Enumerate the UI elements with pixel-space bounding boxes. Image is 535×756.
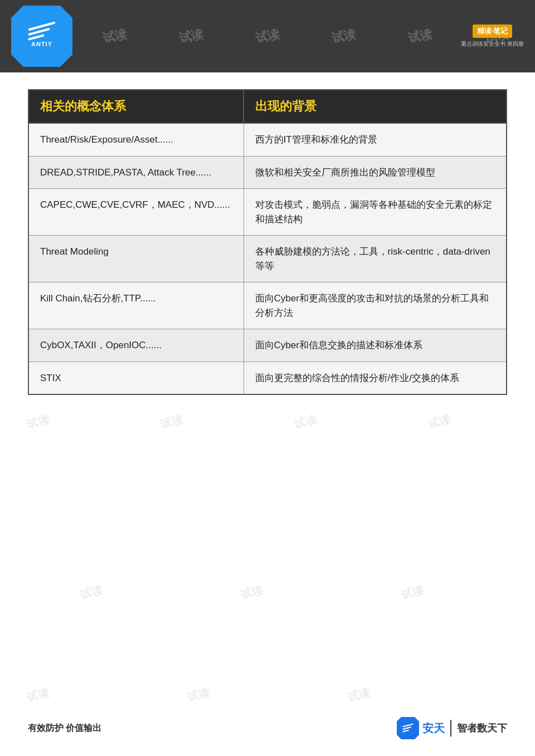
bwm-10: 试读 — [293, 412, 318, 432]
bwm-15: 试读 — [25, 685, 51, 705]
table-cell-left: DREAD,STRIDE,PASTA, Attack Tree...... — [28, 156, 244, 189]
table-cell-left: CAPEC,CWE,CVE,CVRF，MAEC，NVD...... — [28, 189, 244, 236]
table-row: CAPEC,CWE,CVE,CVRF，MAEC，NVD......对攻击模式，脆… — [28, 189, 507, 236]
bwm-9: 试读 — [159, 412, 184, 432]
table-row: Threat/Risk/Exposure/Asset......西方的IT管理和… — [28, 123, 507, 156]
table-cell-right: 对攻击模式，脆弱点，漏洞等各种基础的安全元素的标定和描述结构 — [244, 189, 507, 236]
table-cell-right: 面向更完整的综合性的情报分析/作业/交换的体系 — [244, 362, 507, 394]
header-watermarks: 试读 试读 试读 试读 试读 试读 试读 — [0, 0, 535, 72]
table-cell-right: 微软和相关安全厂商所推出的风险管理模型 — [244, 156, 507, 189]
table-header-row: 相关的概念体系 出现的背景 — [28, 90, 507, 123]
table-cell-right: 各种威胁建模的方法论，工具，risk-centric，data-driven等等 — [244, 236, 507, 282]
footer: 有效防护 价值输出 安天 智者数天下 — [28, 717, 507, 739]
bwm-8: 试读 — [25, 412, 51, 432]
bwm-11: 试读 — [426, 412, 452, 432]
bwm-16: 试读 — [186, 685, 211, 705]
table-row: DREAD,STRIDE,PASTA, Attack Tree......微软和… — [28, 156, 507, 189]
bwm-17: 试读 — [346, 685, 372, 705]
header-right: 出现的背景 — [244, 90, 507, 123]
footer-divider — [450, 720, 451, 737]
footer-brand: 安天 智者数天下 — [397, 717, 507, 739]
table-cell-left: Threat Modeling — [28, 236, 244, 282]
footer-logo-icon — [397, 717, 419, 739]
logo-lines-icon — [28, 25, 56, 38]
table-cell-right: 面向Cyber和更高强度的攻击和对抗的场景的分析工具和分析方法 — [244, 282, 507, 329]
header-right-logo: 精读·笔记 重点训练安全全书·第四册 — [461, 25, 524, 48]
table-row: STIX面向更完整的综合性的情报分析/作业/交换的体系 — [28, 362, 507, 394]
table-cell-left: CybOX,TAXII，OpenIOC...... — [28, 329, 244, 362]
footer-logo-line-3 — [402, 729, 409, 732]
table-cell-right: 面向Cyber和信息交换的描述和标准体系 — [244, 329, 507, 362]
right-logo-badge: 精读·笔记 — [473, 25, 513, 38]
header-logo: ANTIY — [11, 6, 72, 67]
header: 试读 试读 试读 试读 试读 试读 试读 ANTIY 精读·笔记 重点训练安全全… — [0, 0, 535, 72]
table-cell-left: STIX — [28, 362, 244, 394]
footer-brand-main: 安天 — [422, 721, 445, 736]
bwm-13: 试读 — [239, 583, 265, 603]
watermark-3: 试读 — [178, 26, 205, 46]
bwm-12: 试读 — [79, 583, 104, 603]
table-row: Kill Chain,钻石分析,TTP......面向Cyber和更高强度的攻击… — [28, 282, 507, 329]
watermark-4: 试读 — [254, 26, 281, 46]
watermark-5: 试读 — [330, 26, 358, 46]
table-row: Threat Modeling各种威胁建模的方法论，工具，risk-centri… — [28, 236, 507, 282]
logo-label: ANTIY — [31, 41, 52, 47]
footer-logo-lines — [402, 725, 414, 731]
concept-table: 相关的概念体系 出现的背景 Threat/Risk/Exposure/Asset… — [28, 89, 507, 395]
bwm-14: 试读 — [400, 583, 425, 603]
main-content: 相关的概念体系 出现的背景 Threat/Risk/Exposure/Asset… — [28, 89, 507, 395]
table-cell-right: 西方的IT管理和标准化的背景 — [244, 123, 507, 156]
table-cell-left: Kill Chain,钻石分析,TTP...... — [28, 282, 244, 329]
header-left: 相关的概念体系 — [28, 90, 244, 123]
watermark-2: 试读 — [101, 26, 128, 46]
footer-tagline: 有效防护 价值输出 — [28, 723, 101, 734]
watermark-6: 试读 — [407, 26, 434, 46]
right-logo-subtitle: 重点训练安全全书·第四册 — [461, 40, 524, 48]
table-cell-left: Threat/Risk/Exposure/Asset...... — [28, 123, 244, 156]
footer-brand-sub: 智者数天下 — [457, 721, 507, 735]
table-row: CybOX,TAXII，OpenIOC......面向Cyber和信息交换的描述… — [28, 329, 507, 362]
